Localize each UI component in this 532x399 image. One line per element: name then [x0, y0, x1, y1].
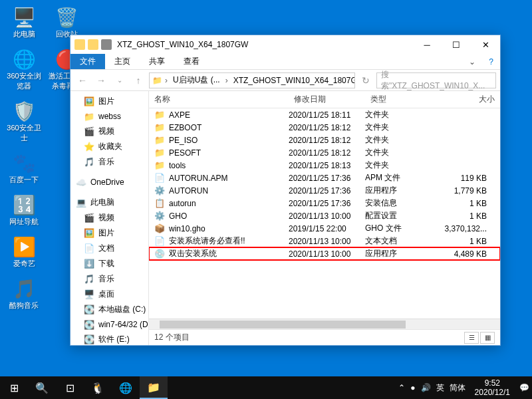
sidebar[interactable]: 🖼️图片📁webss🎬视频⭐收藏夹🎵音乐☁️OneDrive💻此电脑🎬视频🖼️图…	[70, 91, 149, 345]
app-icon: 🛡️	[12, 99, 36, 123]
sidebar-item[interactable]: 💽本地磁盘 (C:)	[70, 302, 148, 317]
sidebar-item[interactable]: 💻此电脑	[70, 195, 148, 210]
desktop-icon[interactable]: 🛡️360安全卫士	[5, 99, 43, 143]
file-row[interactable]: 📋autorun2020/11/25 17:36安装信息1 KB	[149, 197, 500, 209]
forward-button[interactable]: →	[93, 72, 109, 88]
taskbar-app[interactable]: 🐧	[84, 376, 112, 399]
input-mode[interactable]: 简体	[450, 382, 466, 394]
tab-share[interactable]: 共享	[140, 54, 174, 69]
help-icon[interactable]: ?	[482, 57, 500, 66]
sidebar-item[interactable]: 🖼️图片	[70, 225, 148, 241]
titlebar[interactable]: XTZ_GHOST_WIN10_X64_1807GW ─ ☐ ✕	[70, 35, 500, 54]
item-count: 12 个项目	[154, 332, 190, 343]
sidebar-item[interactable]: 🎬视频	[70, 124, 148, 139]
sidebar-item[interactable]: 🖥️桌面	[70, 287, 148, 302]
sidebar-item[interactable]: 💽软件 (E:)	[70, 332, 148, 345]
taskbar-explorer[interactable]: 📁	[140, 376, 168, 399]
file-row[interactable]: ⚙️AUTORUN2020/11/25 17:36应用程序1,779 KB	[149, 184, 500, 197]
folder-icon: 📄	[84, 243, 94, 254]
taskbar: ⊞ 🔍 ⊡ 🐧 🌐 📁 ⌃ ● 🔊 英 简体 9:52 2020/12/1 💬	[0, 376, 532, 399]
file-row[interactable]: 📁PE_ISO2020/11/25 18:12文件夹	[149, 134, 500, 146]
sidebar-item[interactable]: 📄文档	[70, 241, 148, 256]
col-size[interactable]: 大小	[425, 94, 500, 105]
sidebar-item[interactable]: 📁webss	[70, 109, 148, 124]
app-icon: 🌐	[12, 47, 36, 71]
file-icon: 📁	[154, 122, 165, 133]
qat-icons	[74, 39, 112, 50]
sidebar-item[interactable]: 🎵音乐	[70, 271, 148, 287]
close-button[interactable]: ✕	[471, 35, 500, 54]
tray-icon[interactable]: ●	[410, 383, 415, 392]
task-view-icon[interactable]: ⊡	[56, 376, 84, 399]
desktop-icon[interactable]: 🖥️此电脑	[5, 5, 43, 39]
folder-icon: 💽	[84, 334, 94, 345]
file-row[interactable]: 📁EZBOOT2020/11/25 18:12文件夹	[149, 121, 500, 134]
search-input[interactable]: 搜索"XTZ_GHOST_WIN10_X...	[376, 72, 496, 88]
view-large-icon[interactable]: ▦	[480, 332, 495, 344]
file-row[interactable]: 📦win10.gho2019/1/15 22:00GHO 文件3,370,132…	[149, 222, 500, 235]
file-tab[interactable]: 文件	[70, 54, 105, 69]
file-row[interactable]: 📁AXPE2020/11/25 18:11文件夹	[149, 108, 500, 121]
desktop-icon[interactable]: 🐾百度一下	[5, 151, 43, 185]
history-dropdown-icon[interactable]: ⌄	[112, 72, 128, 88]
folder-icon: 🖼️	[84, 96, 94, 107]
system-tray[interactable]: ⌃ ● 🔊 英 简体 9:52 2020/12/1 💬	[398, 378, 532, 398]
search-icon[interactable]: 🔍	[28, 376, 56, 399]
breadcrumb-seg[interactable]: U启动U盘 (...	[170, 74, 223, 86]
tab-view[interactable]: 查看	[174, 54, 209, 69]
file-row[interactable]: ⚙️GHO2020/11/13 10:00配置设置1 KB	[149, 209, 500, 222]
sidebar-item[interactable]: 🎵音乐	[70, 154, 148, 170]
folder-icon: 🖼️	[84, 228, 94, 239]
file-icon: 💿	[154, 249, 165, 259]
breadcrumb[interactable]: 📁 › U启动U盘 (... › XTZ_GHOST_WIN10_X64_180…	[149, 72, 355, 88]
file-row[interactable]: 📁PESOFT2020/11/25 18:12文件夹	[149, 146, 500, 159]
notifications-icon[interactable]: 💬	[519, 383, 529, 392]
file-icon: 📋	[154, 198, 165, 209]
scrollbar-horizontal[interactable]	[149, 319, 500, 329]
sidebar-item[interactable]: ⬇️下载	[70, 256, 148, 271]
tab-home[interactable]: 主页	[105, 54, 140, 69]
refresh-button[interactable]: ↻	[358, 72, 374, 88]
file-row[interactable]: 📄AUTORUN.APM2020/11/25 17:36APM 文件119 KB	[149, 172, 500, 184]
desktop-icon[interactable]: 🌐360安全浏览器	[5, 47, 43, 91]
tray-icon[interactable]: 🔊	[421, 383, 431, 392]
sidebar-item[interactable]: 🎬视频	[70, 210, 148, 225]
up-button[interactable]: ↑	[130, 72, 146, 88]
start-button[interactable]: ⊞	[0, 376, 28, 399]
clock[interactable]: 9:52 2020/12/1	[471, 378, 514, 398]
file-icon: 📁	[154, 160, 165, 171]
column-headers[interactable]: 名称 修改日期 类型 大小	[149, 91, 500, 108]
sidebar-item[interactable]: 🖼️图片	[70, 94, 148, 109]
breadcrumb-seg[interactable]: XTZ_GHOST_WIN10_X64_1807GW	[231, 76, 355, 85]
file-icon: 📁	[154, 110, 165, 120]
tray-up-icon[interactable]: ⌃	[398, 383, 405, 392]
sidebar-item[interactable]: 💽win7-64/32 (D:	[70, 317, 148, 332]
app-icon: 🔢	[12, 193, 36, 217]
ribbon-expand-icon[interactable]: ⌄	[462, 57, 482, 66]
taskbar-app[interactable]: 🌐	[112, 376, 140, 399]
back-button[interactable]: ←	[74, 72, 90, 88]
minimize-button[interactable]: ─	[412, 35, 442, 54]
col-name[interactable]: 名称	[149, 94, 289, 105]
app-icon: ▶️	[12, 235, 36, 259]
file-icon: ⚙️	[154, 186, 165, 196]
explorer-window: XTZ_GHOST_WIN10_X64_1807GW ─ ☐ ✕ 文件 主页 共…	[70, 35, 501, 346]
col-date[interactable]: 修改日期	[289, 94, 365, 105]
folder-icon: 💽	[84, 305, 94, 315]
file-row[interactable]: 📄安装系统请务必查看!!2020/11/13 10:00文本文档1 KB	[149, 235, 500, 247]
col-type[interactable]: 类型	[365, 94, 425, 105]
maximize-button[interactable]: ☐	[442, 35, 471, 54]
file-row[interactable]: 💿双击安装系统2020/11/13 10:00应用程序4,489 KB	[149, 247, 500, 260]
desktop-icon[interactable]: ▶️爱奇艺	[5, 235, 43, 269]
desktop-icon[interactable]: 🔢网址导航	[5, 193, 43, 227]
file-icon: ⚙️	[154, 211, 165, 221]
file-row[interactable]: 📁tools2020/11/25 18:13文件夹	[149, 159, 500, 172]
view-details-icon[interactable]: ☰	[464, 332, 479, 344]
sidebar-item[interactable]: ⭐收藏夹	[70, 139, 148, 154]
ime-indicator[interactable]: 英	[436, 382, 444, 394]
desktop-icon[interactable]: 🎵酷狗音乐	[5, 277, 43, 311]
navbar: ← → ⌄ ↑ 📁 › U启动U盘 (... › XTZ_GHOST_WIN10…	[70, 70, 500, 91]
ribbon: 文件 主页 共享 查看 ⌄ ?	[70, 54, 500, 70]
file-icon: 📦	[154, 223, 165, 234]
sidebar-item[interactable]: ☁️OneDrive	[70, 175, 148, 190]
